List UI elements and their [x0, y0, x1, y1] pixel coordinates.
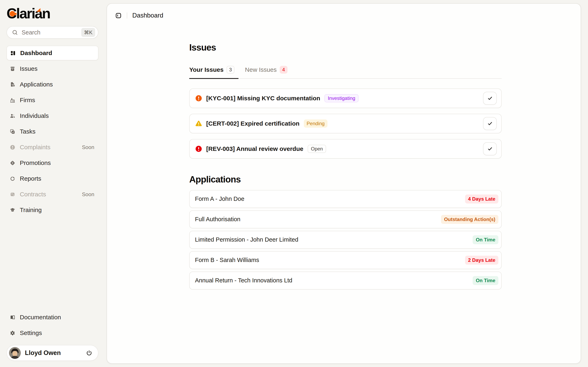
issue-title: [KYC-001] Missing KYC documentation — [206, 95, 320, 102]
gear-icon — [10, 330, 15, 336]
application-row[interactable]: Form B - Sarah Williams 2 Days Late — [189, 251, 502, 269]
issue-row: [KYC-001] Missing KYC documentation Inve… — [189, 89, 502, 108]
issue-list: [KYC-001] Missing KYC documentation Inve… — [189, 89, 502, 159]
nav-item-label: Tasks — [20, 128, 35, 135]
soon-badge: Soon — [82, 144, 94, 150]
sidebar-item-training[interactable]: Training — [7, 203, 98, 217]
tasks-icon — [10, 129, 15, 134]
application-title: Full Authorisation — [195, 216, 240, 223]
check-icon — [487, 146, 493, 152]
sidebar-item-firms[interactable]: Firms — [7, 93, 98, 108]
issue-title: [REV-003] Annual review overdue — [206, 145, 303, 152]
tag-icon — [10, 160, 15, 166]
dashboard-icon — [10, 50, 16, 56]
nav-item-label: Firms — [20, 97, 35, 104]
sidebar-item-issues[interactable]: Issues — [7, 61, 98, 76]
nav-item-label: Contracts — [20, 191, 46, 198]
application-status-badge: On Time — [473, 276, 498, 285]
issues-icon — [10, 66, 15, 72]
individuals-icon — [10, 113, 15, 119]
book-open-icon — [10, 315, 15, 320]
issue-title: [CERT-002] Expired certification — [206, 120, 300, 127]
resolve-issue-button[interactable] — [483, 92, 497, 105]
logo-accent-triangle — [36, 8, 40, 12]
issues-tabs: Your Issues 3 New Issues 4 — [189, 66, 502, 79]
avatar — [9, 347, 21, 359]
tab-count-badge: 4 — [280, 66, 287, 74]
alert-circle-icon — [195, 145, 202, 152]
tab-new-issues[interactable]: New Issues 4 — [245, 66, 292, 79]
contract-icon — [10, 192, 15, 197]
sidebar-item-individuals[interactable]: Individuals — [7, 108, 98, 123]
issue-status-badge: Investigating — [324, 94, 359, 102]
sidebar-item-settings[interactable]: Settings — [7, 326, 98, 340]
application-row[interactable]: Full Authorisation Outstanding Action(s) — [189, 210, 502, 228]
power-icon — [86, 350, 92, 356]
search-shortcut: ⌘K — [81, 28, 95, 37]
user-menu[interactable]: Lloyd Owen — [7, 345, 98, 361]
resolve-issue-button[interactable] — [483, 117, 497, 130]
search-input[interactable] — [22, 29, 81, 36]
search-icon — [12, 29, 18, 35]
panel-left-icon — [115, 12, 122, 19]
sidebar: Clarian ⌘K Dashboard Issues Applicatio — [0, 0, 107, 367]
page-title: Dashboard — [132, 12, 163, 19]
sidebar-item-reports[interactable]: Reports — [7, 171, 98, 186]
main-panel: Dashboard Issues Your Issues 3 New Issue… — [107, 3, 581, 364]
sidebar-item-dashboard[interactable]: Dashboard — [7, 46, 98, 60]
alert-triangle-icon — [195, 120, 202, 127]
tab-label: New Issues — [245, 66, 277, 73]
nav-item-label: Individuals — [20, 112, 49, 119]
logout-button[interactable] — [86, 350, 92, 356]
sidebar-spacer — [7, 218, 98, 311]
nav-item-label: Promotions — [20, 159, 51, 166]
sidebar-item-tasks[interactable]: Tasks — [7, 124, 98, 139]
check-icon — [487, 95, 493, 101]
pie-chart-icon — [10, 176, 15, 182]
alert-circle-icon — [195, 95, 202, 102]
header-divider — [127, 12, 127, 18]
user-name: Lloyd Owen — [25, 349, 61, 357]
application-status-badge: On Time — [473, 235, 498, 244]
tab-label: Your Issues — [189, 66, 224, 73]
nav-item-label: Training — [20, 207, 42, 213]
application-list: Form A - John Doe 4 Days Late Full Autho… — [189, 190, 502, 290]
application-status-badge: Outstanding Action(s) — [441, 215, 498, 224]
nav-item-label: Documentation — [20, 314, 61, 321]
application-title: Annual Return - Tech Innovations Ltd — [195, 277, 292, 284]
application-row[interactable]: Limited Permission - John Deer Limited O… — [189, 231, 502, 249]
issue-status-badge: Open — [308, 145, 326, 153]
sidebar-nav: Dashboard Issues Applications Firms — [7, 46, 98, 218]
graduation-cap-icon — [10, 207, 15, 213]
alert-circle-icon — [10, 145, 15, 150]
nav-item-label: Complaints — [20, 144, 51, 151]
issue-status-badge: Pending — [304, 119, 328, 128]
application-row[interactable]: Annual Return - Tech Innovations Ltd On … — [189, 272, 502, 290]
sidebar-toggle-button[interactable] — [115, 12, 122, 19]
search-bar[interactable]: ⌘K — [7, 26, 98, 39]
sidebar-item-applications[interactable]: Applications — [7, 77, 98, 92]
sidebar-item-documentation[interactable]: Documentation — [7, 311, 98, 324]
application-status-badge: 2 Days Late — [465, 256, 498, 265]
issues-heading: Issues — [189, 42, 502, 53]
nav-item-label: Issues — [20, 65, 38, 72]
sidebar-item-complaints: Complaints Soon — [7, 140, 98, 155]
application-title: Limited Permission - John Deer Limited — [195, 236, 298, 243]
issue-row: [CERT-002] Expired certification Pending — [189, 114, 502, 133]
logo-accent-key — [14, 13, 17, 15]
nav-item-label: Applications — [20, 81, 53, 88]
soon-badge: Soon — [82, 191, 94, 198]
main-content: Issues Your Issues 3 New Issues 4 [KYC-0… — [189, 42, 502, 292]
application-title: Form B - Sarah Williams — [195, 257, 259, 263]
tab-your-issues[interactable]: Your Issues 3 — [189, 66, 238, 79]
page-header: Dashboard — [115, 11, 581, 20]
applications-heading: Applications — [189, 174, 502, 185]
application-row[interactable]: Form A - John Doe 4 Days Late — [189, 190, 502, 208]
resolve-issue-button[interactable] — [483, 142, 497, 155]
applications-icon — [10, 82, 15, 87]
sidebar-item-promotions[interactable]: Promotions — [7, 156, 98, 170]
firms-icon — [10, 98, 15, 103]
sidebar-item-contracts: Contracts Soon — [7, 187, 98, 202]
brand-logo[interactable]: Clarian — [7, 6, 50, 21]
check-icon — [487, 120, 493, 127]
